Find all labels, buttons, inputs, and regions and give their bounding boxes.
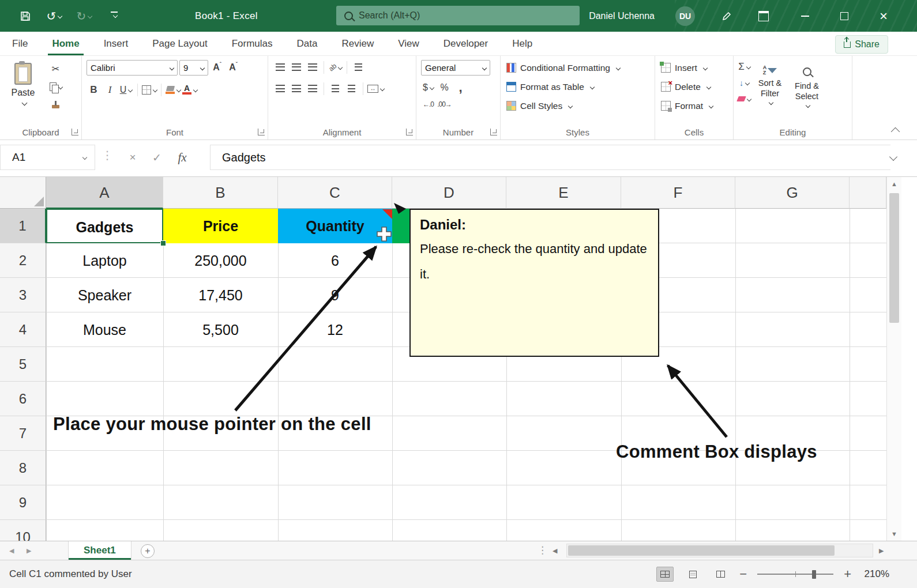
- format-cells-button[interactable]: Format: [661, 99, 727, 113]
- tab-strip-splitter[interactable]: ⋮: [538, 544, 547, 556]
- align-middle-button[interactable]: [289, 60, 303, 74]
- cell-C4[interactable]: 12: [278, 312, 392, 347]
- formula-bar-expand-icon[interactable]: [889, 153, 897, 161]
- spreadsheet-grid[interactable]: A B C D E F G 1 2 3 4 5 6 7 8 9 10 Gadge…: [0, 177, 886, 541]
- align-left-button[interactable]: [273, 81, 287, 96]
- name-box[interactable]: A1: [0, 145, 95, 170]
- sort-filter-button[interactable]: AZ Sort & Filter: [751, 59, 788, 123]
- scroll-down-icon[interactable]: ▼: [887, 530, 901, 537]
- delete-cells-button[interactable]: Delete: [661, 80, 727, 94]
- column-header-B[interactable]: B: [163, 177, 278, 209]
- zoom-level[interactable]: 210%: [862, 568, 889, 580]
- cell-A1[interactable]: Gadgets: [46, 209, 163, 243]
- column-header-A[interactable]: A: [46, 177, 163, 209]
- decrease-decimal-button[interactable]: .00→: [437, 97, 452, 111]
- wrap-text-button[interactable]: [351, 60, 366, 74]
- normal-view-button[interactable]: [656, 567, 674, 582]
- number-format-select[interactable]: General: [421, 60, 490, 76]
- minimize-button[interactable]: [790, 0, 820, 32]
- fill-button[interactable]: ↓: [737, 76, 751, 90]
- row-header-6[interactable]: 6: [0, 382, 46, 416]
- ribbon-tab-insert[interactable]: Insert: [92, 32, 141, 55]
- underline-button[interactable]: U: [119, 82, 133, 97]
- new-sheet-button[interactable]: +: [141, 544, 155, 558]
- ribbon-tab-formulas[interactable]: Formulas: [220, 32, 285, 55]
- cell-C1[interactable]: Quantity: [278, 209, 392, 243]
- row-header-3[interactable]: 3: [0, 278, 46, 312]
- user-avatar[interactable]: DU: [675, 6, 695, 26]
- ribbon-tab-view[interactable]: View: [386, 32, 431, 55]
- redo-button[interactable]: ↻: [72, 0, 97, 32]
- borders-button[interactable]: [142, 82, 157, 97]
- fill-color-button[interactable]: [166, 82, 181, 97]
- vertical-scrollbar[interactable]: ▲ ▼: [886, 177, 901, 541]
- column-header-G[interactable]: G: [735, 177, 850, 209]
- cell-styles-button[interactable]: Cell Styles: [506, 99, 649, 113]
- cut-button[interactable]: ✂: [48, 62, 63, 76]
- horizontal-scrollbar-thumb[interactable]: [568, 545, 835, 556]
- select-all-button[interactable]: [0, 177, 46, 209]
- decrease-indent-button[interactable]: [328, 81, 343, 96]
- sheet-nav-right-icon[interactable]: ▶: [27, 541, 31, 560]
- clear-button[interactable]: [737, 92, 751, 106]
- user-name[interactable]: Daniel Uchenna: [589, 0, 655, 32]
- accounting-format-button[interactable]: $: [421, 80, 435, 95]
- row-header-10[interactable]: 10: [0, 520, 46, 541]
- horizontal-scrollbar[interactable]: [566, 544, 873, 557]
- confirm-entry-button[interactable]: ✓: [145, 145, 168, 170]
- cell-A2[interactable]: Laptop: [46, 243, 163, 278]
- decrease-font-size-button[interactable]: Aˇ: [226, 61, 240, 75]
- collapse-ribbon-icon[interactable]: [891, 127, 900, 137]
- percent-style-button[interactable]: %: [437, 80, 452, 95]
- clipboard-dialog-launcher[interactable]: [72, 129, 78, 135]
- cell-C3[interactable]: 9: [278, 278, 392, 312]
- sheet-tab-sheet1[interactable]: Sheet1: [68, 541, 131, 560]
- hscroll-left-icon[interactable]: ◀: [553, 541, 557, 560]
- align-right-button[interactable]: [305, 81, 320, 96]
- copy-button[interactable]: [48, 80, 63, 94]
- vertical-scrollbar-thumb[interactable]: [889, 193, 899, 323]
- zoom-in-button[interactable]: +: [844, 568, 851, 581]
- cancel-entry-button[interactable]: ×: [121, 145, 144, 170]
- zoom-slider[interactable]: [757, 569, 833, 579]
- undo-button[interactable]: ↺: [42, 0, 67, 32]
- column-header-D[interactable]: D: [392, 177, 506, 209]
- increase-decimal-button[interactable]: ←.0: [421, 97, 435, 111]
- ribbon-tab-file[interactable]: File: [0, 32, 40, 55]
- row-header-7[interactable]: 7: [0, 416, 46, 451]
- column-header-partial[interactable]: [850, 177, 886, 209]
- font-color-button[interactable]: A: [182, 82, 197, 97]
- cell-A4[interactable]: Mouse: [46, 312, 163, 347]
- cell-C2[interactable]: 6: [278, 243, 392, 278]
- ribbon-tab-home[interactable]: Home: [40, 32, 91, 55]
- maximize-button[interactable]: [829, 0, 859, 32]
- ink-button[interactable]: [715, 0, 738, 32]
- fill-handle[interactable]: [160, 240, 166, 246]
- align-bottom-button[interactable]: [305, 60, 320, 74]
- formula-input[interactable]: Gadgets: [211, 145, 890, 170]
- column-header-C[interactable]: C: [278, 177, 392, 209]
- font-name-select[interactable]: Calibri: [87, 60, 178, 76]
- autosum-button[interactable]: Σ: [737, 59, 751, 74]
- row-header-2[interactable]: 2: [0, 243, 46, 278]
- search-box[interactable]: Search (Alt+Q): [336, 6, 580, 25]
- align-center-button[interactable]: [289, 81, 303, 96]
- cell-A3[interactable]: Speaker: [46, 278, 163, 312]
- italic-button[interactable]: I: [103, 82, 117, 97]
- format-as-table-button[interactable]: Format as Table: [506, 80, 649, 94]
- column-header-F[interactable]: F: [621, 177, 735, 209]
- conditional-formatting-button[interactable]: Conditional Formatting: [506, 61, 649, 75]
- number-dialog-launcher[interactable]: [490, 129, 497, 135]
- zoom-out-button[interactable]: −: [739, 568, 747, 581]
- quick-access-customize-button[interactable]: [104, 0, 125, 32]
- column-header-E[interactable]: E: [506, 177, 621, 209]
- save-button[interactable]: [16, 0, 35, 32]
- increase-font-size-button[interactable]: Aˆ: [210, 61, 224, 75]
- format-painter-button[interactable]: [48, 97, 63, 112]
- hscroll-right-icon[interactable]: ▶: [879, 541, 884, 560]
- scroll-up-icon[interactable]: ▲: [887, 180, 901, 187]
- close-button[interactable]: ×: [869, 0, 899, 32]
- font-dialog-launcher[interactable]: [258, 129, 265, 135]
- row-header-5[interactable]: 5: [0, 347, 46, 382]
- cell-B1[interactable]: Price: [163, 209, 278, 243]
